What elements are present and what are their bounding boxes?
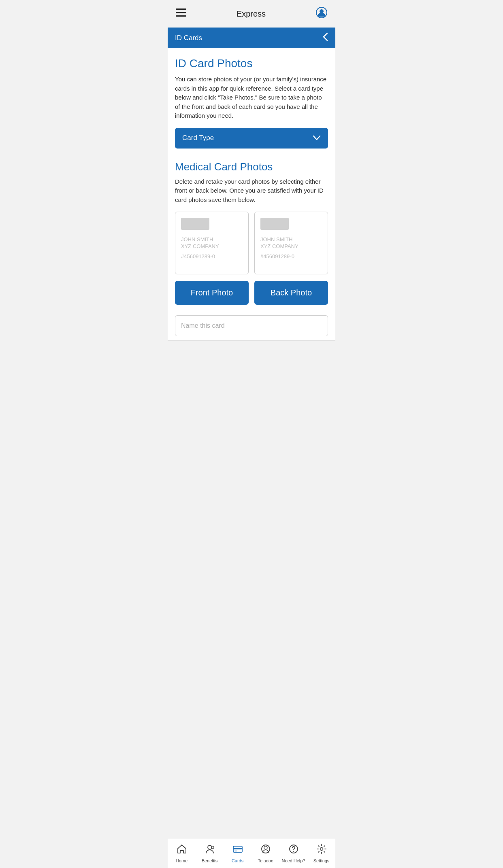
divider xyxy=(168,340,335,341)
back-card-logo xyxy=(260,218,289,230)
card-type-label: Card Type xyxy=(182,134,214,142)
back-card-name: JOHN SMITH xyxy=(260,236,322,242)
name-this-card-input[interactable] xyxy=(175,315,328,336)
back-card-preview[interactable]: JOHN SMITH XYZ COMPANY #456091289-0 xyxy=(254,212,328,274)
blue-header-title: ID Cards xyxy=(175,34,202,42)
cards-preview: JOHN SMITH XYZ COMPANY #456091289-0 JOHN… xyxy=(175,212,328,274)
svg-rect-1 xyxy=(176,12,186,13)
front-card-company: XYZ COMPANY xyxy=(181,243,243,249)
svg-rect-0 xyxy=(176,8,186,10)
front-card-logo xyxy=(181,218,209,230)
app-title: Express xyxy=(237,9,266,19)
profile-icon[interactable] xyxy=(316,7,327,21)
back-photo-button[interactable]: Back Photo xyxy=(254,281,328,305)
medical-card-photos-heading: Medical Card Photos xyxy=(175,161,328,173)
id-card-photos-heading: ID Card Photos xyxy=(175,57,328,70)
medical-card-photos-description: Delete and retake your card photos by se… xyxy=(175,177,328,205)
id-card-photos-description: You can store photos of your (or your fa… xyxy=(175,75,328,121)
front-card-preview[interactable]: JOHN SMITH XYZ COMPANY #456091289-0 xyxy=(175,212,249,274)
main-content: ID Card Photos You can store photos of y… xyxy=(168,48,335,161)
blue-header-bar: ID Cards xyxy=(168,28,335,48)
photo-buttons: Front Photo Back Photo xyxy=(175,281,328,305)
back-card-number: #456091289-0 xyxy=(260,253,322,259)
medical-section: Medical Card Photos Delete and retake yo… xyxy=(168,161,335,316)
svg-rect-2 xyxy=(176,15,186,17)
card-type-dropdown[interactable]: Card Type xyxy=(175,128,328,149)
back-card-company: XYZ COMPANY xyxy=(260,243,322,249)
top-nav: Express xyxy=(168,0,335,28)
chevron-down-icon xyxy=(313,134,321,143)
back-button[interactable] xyxy=(322,32,328,43)
name-input-container xyxy=(168,315,335,340)
front-photo-button[interactable]: Front Photo xyxy=(175,281,249,305)
front-card-number: #456091289-0 xyxy=(181,253,243,259)
front-card-name: JOHN SMITH xyxy=(181,236,243,242)
hamburger-icon[interactable] xyxy=(176,8,186,19)
